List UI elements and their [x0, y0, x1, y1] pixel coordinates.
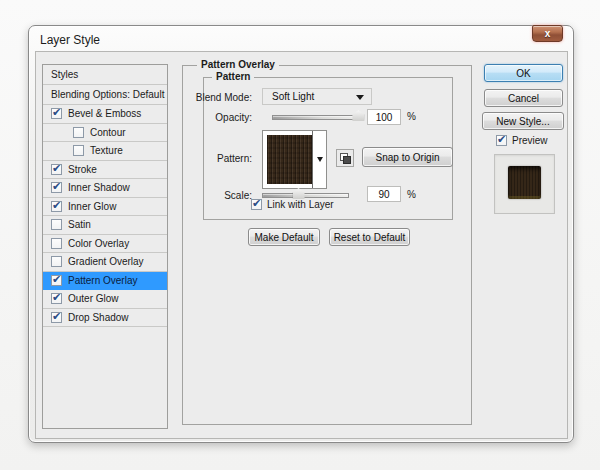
close-icon: x — [545, 28, 551, 39]
checkbox[interactable] — [51, 312, 62, 323]
scale-slider[interactable] — [262, 193, 349, 198]
sidebar-item-label: Blending Options: Default — [51, 89, 164, 100]
opacity-unit: % — [407, 111, 416, 122]
checkbox[interactable] — [51, 256, 62, 267]
preview-thumbnail — [508, 166, 541, 199]
opacity-slider[interactable] — [272, 115, 362, 120]
sidebar-item-label: Satin — [68, 219, 91, 230]
new-style-button[interactable]: New Style... — [482, 112, 564, 130]
pattern-swatch[interactable] — [267, 135, 312, 184]
reset-to-default-button[interactable]: Reset to Default — [329, 228, 410, 246]
checkbox[interactable] — [51, 293, 62, 304]
checkbox[interactable] — [51, 108, 62, 119]
chevron-down-icon — [317, 157, 323, 162]
link-with-layer-label: Link with Layer — [267, 199, 334, 210]
checkbox[interactable] — [51, 219, 62, 230]
blend-mode-select[interactable]: Soft Light — [262, 88, 372, 105]
styles-sidebar: StylesBlending Options: DefaultBevel & E… — [42, 64, 168, 429]
sidebar-item-stroke[interactable]: Stroke — [43, 161, 167, 180]
sidebar-item-label: Gradient Overlay — [68, 256, 144, 267]
group-title: Pattern Overlay — [197, 59, 279, 71]
checkbox[interactable] — [51, 275, 62, 286]
opacity-input[interactable] — [367, 109, 401, 125]
sidebar-item-inner-shadow[interactable]: Inner Shadow — [43, 179, 167, 198]
sidebar-item-label: Inner Shadow — [68, 182, 130, 193]
checkbox[interactable] — [251, 199, 262, 210]
blend-mode-label: Blend Mode: — [184, 92, 252, 103]
pattern-label: Pattern: — [184, 153, 252, 164]
scale-input[interactable] — [367, 186, 401, 202]
checkbox[interactable] — [496, 135, 507, 146]
sidebar-item-styles[interactable]: Styles — [43, 65, 167, 85]
pattern-overlay-group: Pattern Overlay Pattern Blend Mode: Soft… — [182, 65, 472, 425]
sidebar-item-gradient-overlay[interactable]: Gradient Overlay — [43, 253, 167, 272]
sidebar-item-outer-glow[interactable]: Outer Glow — [43, 290, 167, 309]
preview-checkbox[interactable]: Preview — [496, 135, 548, 146]
sidebar-item-label: Stroke — [68, 164, 97, 175]
link-with-layer-checkbox[interactable]: Link with Layer — [251, 199, 334, 210]
chevron-down-icon — [356, 95, 364, 100]
sidebar-item-inner-glow[interactable]: Inner Glow — [43, 198, 167, 217]
checkbox[interactable] — [73, 145, 84, 156]
pattern-subgroup: Pattern Blend Mode: Soft Light Opacity: … — [203, 77, 453, 220]
opacity-slider-thumb[interactable] — [352, 110, 364, 121]
sidebar-item-contour[interactable]: Contour — [43, 124, 167, 143]
sidebar-item-pattern-overlay[interactable]: Pattern Overlay — [43, 272, 167, 291]
scale-label: Scale: — [184, 190, 252, 201]
sidebar-item-texture[interactable]: Texture — [43, 142, 167, 161]
cancel-button[interactable]: Cancel — [484, 89, 563, 107]
layer-style-dialog: Layer Style x StylesBlending Options: De… — [28, 25, 574, 443]
divider — [312, 131, 313, 188]
make-default-button[interactable]: Make Default — [248, 228, 320, 246]
sidebar-item-label: Outer Glow — [68, 293, 119, 304]
checkbox[interactable] — [51, 201, 62, 212]
sidebar-item-label: Color Overlay — [68, 238, 129, 249]
sidebar-item-label: Drop Shadow — [68, 312, 129, 323]
checkbox[interactable] — [51, 238, 62, 249]
checkbox[interactable] — [73, 127, 84, 138]
style-preview-panel — [494, 154, 555, 214]
sidebar-item-label: Styles — [51, 69, 78, 80]
sidebar-item-label: Contour — [90, 127, 126, 138]
sidebar-item-drop-shadow[interactable]: Drop Shadow — [43, 309, 167, 328]
opacity-label: Opacity: — [184, 112, 252, 123]
dialog-title: Layer Style — [40, 33, 100, 47]
sidebar-item-label: Pattern Overlay — [68, 275, 137, 286]
ok-button[interactable]: OK — [484, 64, 563, 82]
close-button[interactable]: x — [532, 25, 563, 42]
dialog-content: StylesBlending Options: DefaultBevel & E… — [35, 51, 568, 439]
scale-slider-thumb[interactable] — [293, 188, 305, 199]
snap-to-origin-button[interactable]: Snap to Origin — [362, 147, 453, 167]
checkbox[interactable] — [51, 182, 62, 193]
sidebar-item-color-overlay[interactable]: Color Overlay — [43, 235, 167, 254]
sidebar-item-bevel-emboss[interactable]: Bevel & Emboss — [43, 105, 167, 124]
sidebar-item-label: Bevel & Emboss — [68, 108, 141, 119]
sidebar-item-blending-options-default[interactable]: Blending Options: Default — [43, 85, 167, 105]
scale-unit: % — [407, 189, 416, 200]
sidebar-item-satin[interactable]: Satin — [43, 216, 167, 235]
blend-mode-value: Soft Light — [272, 91, 314, 102]
sidebar-item-label: Inner Glow — [68, 201, 116, 212]
pattern-picker[interactable] — [262, 130, 327, 189]
new-pattern-button[interactable] — [336, 149, 354, 167]
checkbox[interactable] — [51, 164, 62, 175]
preview-label: Preview — [512, 135, 548, 146]
sidebar-item-label: Texture — [90, 145, 123, 156]
subgroup-title: Pattern — [212, 71, 254, 83]
